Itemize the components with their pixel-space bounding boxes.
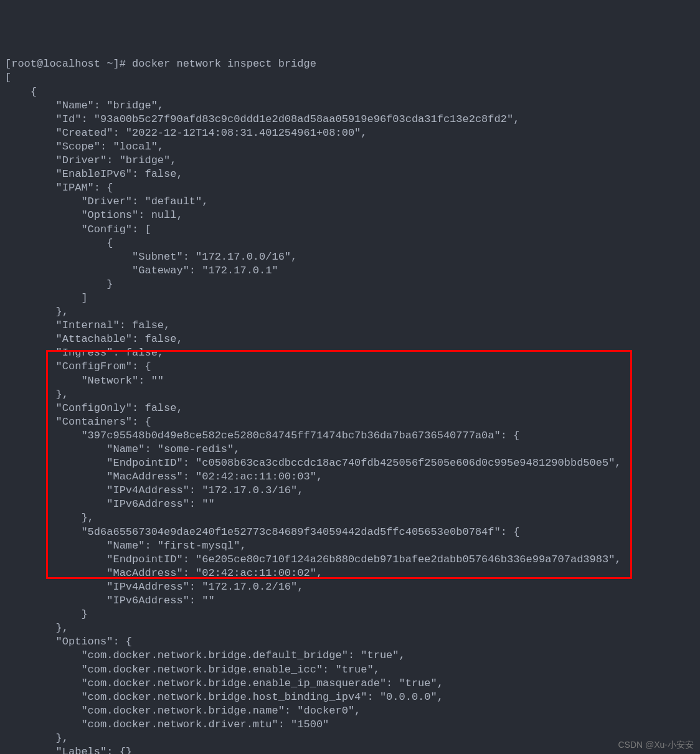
watermark-text: CSDN @Xu-小安安	[618, 739, 694, 750]
json-field-scope: "Scope": "local",	[5, 141, 164, 153]
json-field-configfrom: "ConfigFrom": {	[5, 361, 151, 372]
json-container2-id: "5d6a65567304e9dae240f1e52773c84689f3405…	[5, 526, 519, 538]
json-container2-name: "Name": "first-mysql",	[5, 540, 247, 552]
json-containers-close: },	[5, 622, 69, 634]
json-option-mtu: "com.docker.network.driver.mtu": "1500"	[5, 719, 329, 730]
json-container2-close: }	[5, 608, 88, 620]
json-field-configonly: "ConfigOnly": false,	[5, 402, 183, 414]
json-option-default-bridge: "com.docker.network.bridge.default_bridg…	[5, 649, 405, 661]
json-option-host-binding: "com.docker.network.bridge.host_binding_…	[5, 691, 443, 703]
command-text: docker network inspect bridge	[132, 58, 316, 70]
json-field-subnet: "Subnet": "172.17.0.0/16",	[5, 251, 297, 263]
json-field-labels: "Labels": {}	[5, 746, 132, 754]
json-field-driver: "Driver": "bridge",	[5, 154, 176, 166]
json-field-ipam-options: "Options": null,	[5, 209, 183, 221]
json-ipam-close: },	[5, 306, 69, 318]
json-ipam-config-open: {	[5, 237, 113, 249]
shell-prompt: [root@localhost ~]#	[5, 58, 132, 70]
json-container1-ipv6: "IPv6Address": ""	[5, 498, 215, 510]
json-field-ipam-driver: "Driver": "default",	[5, 196, 208, 207]
json-field-gateway: "Gateway": "172.17.0.1"	[5, 265, 278, 276]
json-object-open: {	[5, 86, 37, 98]
json-container1-ipv4: "IPv4Address": "172.17.0.3/16",	[5, 484, 303, 496]
json-container2-ipv4: "IPv4Address": "172.17.0.2/16",	[5, 581, 303, 593]
json-field-ipam-config: "Config": [	[5, 224, 151, 235]
json-container1-name: "Name": "some-redis",	[5, 443, 240, 455]
json-field-id: "Id": "93a00b5c27f90afd83c9c0ddd1e2d08ad…	[5, 113, 519, 125]
json-field-configfrom-network: "Network": ""	[5, 375, 164, 387]
json-bracket-open: [	[5, 72, 11, 83]
json-configfrom-close: },	[5, 389, 69, 400]
json-container2-endpoint: "EndpointID": "6e205ce80c710f124a26b880c…	[5, 554, 622, 565]
terminal-output[interactable]: [root@localhost ~]# docker network inspe…	[5, 57, 695, 754]
json-field-containers: "Containers": {	[5, 416, 151, 428]
json-field-name: "Name": "bridge",	[5, 100, 164, 111]
json-field-ipam: "IPAM": {	[5, 182, 113, 194]
json-container1-mac: "MacAddress": "02:42:ac:11:00:03",	[5, 471, 323, 483]
json-field-attachable: "Attachable": false,	[5, 333, 183, 345]
json-option-masquerade: "com.docker.network.bridge.enable_ip_mas…	[5, 677, 443, 689]
json-option-enable-icc: "com.docker.network.bridge.enable_icc": …	[5, 664, 380, 676]
json-container1-endpoint: "EndpointID": "c0508b63ca3cdbccdc18ac740…	[5, 457, 622, 469]
json-option-bridge-name: "com.docker.network.bridge.name": "docke…	[5, 705, 361, 717]
json-ipam-config-close: }	[5, 278, 113, 290]
json-container2-mac: "MacAddress": "02:42:ac:11:00:02",	[5, 567, 323, 579]
json-container2-ipv6: "IPv6Address": ""	[5, 595, 215, 606]
json-field-created: "Created": "2022-12-12T14:08:31.40125496…	[5, 127, 367, 139]
json-field-internal: "Internal": false,	[5, 319, 170, 331]
json-container1-id: "397c95548b0d49e8ce582ce5280c84745ff7147…	[5, 430, 519, 441]
json-field-options: "Options": {	[5, 636, 132, 648]
json-container1-close: },	[5, 512, 94, 524]
json-options-close: },	[5, 732, 69, 744]
json-field-ingress: "Ingress": false,	[5, 347, 164, 359]
json-ipam-config-arr-close: ]	[5, 292, 88, 304]
json-field-enableipv6: "EnableIPv6": false,	[5, 168, 183, 180]
